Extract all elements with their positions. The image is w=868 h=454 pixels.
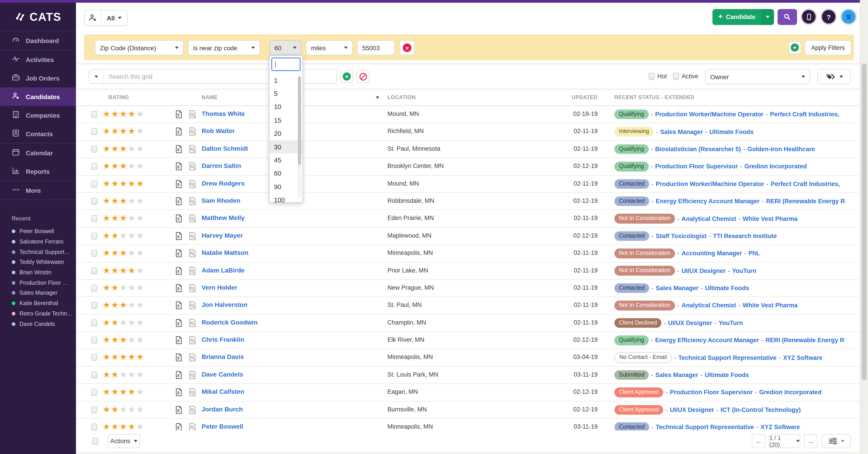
user-avatar[interactable]: S xyxy=(840,8,857,25)
rating-stars[interactable]: ★★★★★ xyxy=(103,248,145,258)
global-search-button[interactable] xyxy=(778,9,797,25)
rating-stars[interactable]: ★★★★★ xyxy=(103,352,145,363)
distance-option[interactable]: 30 xyxy=(270,140,303,154)
distance-option[interactable]: 100 xyxy=(270,194,303,203)
resume-doc-icon[interactable] xyxy=(176,162,182,171)
sidebar-item-reports[interactable]: Reports xyxy=(0,162,76,180)
pipeline-position-link[interactable]: Biostatistician (Researcher 5) xyxy=(655,146,741,152)
owner-select[interactable]: Owner xyxy=(705,69,810,84)
sidebar-item-calendar[interactable]: Calendar xyxy=(0,143,76,162)
recent-item[interactable]: Brian Wristin xyxy=(12,267,76,278)
rating-stars[interactable]: ★★★★★ xyxy=(103,214,145,224)
mobile-app-button[interactable] xyxy=(801,8,817,25)
candidate-name-link[interactable]: Thomas White xyxy=(202,110,245,117)
distance-option[interactable]: 90 xyxy=(270,180,303,194)
pipeline-company-link[interactable]: White Vest Pharma xyxy=(743,215,798,222)
pipeline-company-link[interactable]: Golden-Iron Healthcare xyxy=(747,146,815,152)
row-checkbox[interactable] xyxy=(91,302,97,309)
resume-preview-icon[interactable] xyxy=(188,336,196,344)
resume-preview-icon[interactable] xyxy=(188,405,196,414)
resume-doc-icon[interactable] xyxy=(176,336,182,344)
resume-preview-icon[interactable] xyxy=(188,127,196,136)
pipeline-company-link[interactable]: RERI (Renewable Energy R xyxy=(766,198,845,205)
row-checkbox[interactable] xyxy=(91,319,97,326)
search-options-dropdown[interactable] xyxy=(89,70,104,83)
distance-option[interactable]: 10 xyxy=(270,101,303,114)
column-header-updated[interactable]: UPDATED xyxy=(523,94,598,100)
rating-stars[interactable]: ★★★★★ xyxy=(103,231,145,241)
resume-doc-icon[interactable] xyxy=(176,197,182,205)
distance-filter-input[interactable] xyxy=(271,57,301,71)
pipeline-position-link[interactable]: Analytical Chemist xyxy=(682,302,736,309)
candidate-name-link[interactable]: Natalie Mattson xyxy=(202,249,248,256)
clear-search-button[interactable] xyxy=(357,70,369,83)
rating-stars[interactable]: ★★★★★ xyxy=(103,126,145,137)
candidate-name-link[interactable]: Darren Saltin xyxy=(202,162,241,169)
resume-doc-icon[interactable] xyxy=(176,284,182,292)
hot-checkbox[interactable] xyxy=(649,73,655,80)
candidate-name-link[interactable]: Sam Rhoden xyxy=(202,197,240,204)
rating-stars[interactable]: ★★★★★ xyxy=(103,283,145,293)
dropdown-scrollbar-thumb[interactable] xyxy=(298,77,301,165)
add-candidate-button[interactable]: +Candidate xyxy=(712,9,774,25)
rating-stars[interactable]: ★★★★★ xyxy=(103,144,145,154)
rating-stars[interactable]: ★★★★★ xyxy=(103,178,145,189)
sidebar-item-activities[interactable]: Activities xyxy=(0,50,76,69)
pipeline-company-link[interactable]: White Vest Pharma xyxy=(743,302,798,309)
candidate-name-link[interactable]: Vern Holder xyxy=(202,284,237,291)
resume-preview-icon[interactable] xyxy=(188,162,196,171)
pipeline-position-link[interactable]: Sales Manager xyxy=(656,285,699,291)
pipeline-position-link[interactable]: Technical Support Representative xyxy=(678,354,777,361)
sidebar-item-companies[interactable]: Companies xyxy=(0,106,76,124)
pipeline-company-link[interactable]: TTI Research Institute xyxy=(713,233,777,239)
rating-stars[interactable]: ★★★★★ xyxy=(103,317,145,328)
candidate-name-link[interactable]: Roderick Goodwin xyxy=(202,318,257,326)
distance-option[interactable]: 45 xyxy=(270,154,303,167)
page-scrollbar[interactable] xyxy=(860,0,868,454)
resume-preview-icon[interactable] xyxy=(188,179,196,188)
add-candidate-dropdown[interactable] xyxy=(761,9,774,25)
row-checkbox[interactable] xyxy=(91,163,97,170)
resume-doc-icon[interactable] xyxy=(176,423,182,431)
resume-doc-icon[interactable] xyxy=(176,371,182,379)
rating-stars[interactable]: ★★★★★ xyxy=(103,109,145,119)
resume-preview-icon[interactable] xyxy=(188,284,196,292)
filter-unit-select[interactable]: miles xyxy=(306,40,352,55)
resume-preview-icon[interactable] xyxy=(188,353,196,362)
resume-doc-icon[interactable] xyxy=(176,231,182,240)
filter-operator-select[interactable]: is near zip code xyxy=(188,40,260,55)
pipeline-position-link[interactable]: Energy Efficiency Account Manager xyxy=(656,198,760,205)
pipeline-position-link[interactable]: Production Worker/Machine Operator xyxy=(656,180,764,188)
pipeline-company-link[interactable]: ICT (In-Control Technology) xyxy=(721,406,801,413)
pipeline-company-link[interactable]: XYZ Software xyxy=(783,354,822,361)
pipeline-company-link[interactable]: PhL xyxy=(748,250,760,257)
sidebar-item-dashboard[interactable]: Dashboard xyxy=(0,31,76,50)
recent-item[interactable]: Teddy Whitewater xyxy=(12,257,76,267)
candidate-name-link[interactable]: Matthew Melly xyxy=(202,214,245,222)
pipeline-company-link[interactable]: YouTurn xyxy=(732,267,756,274)
filter-field-select[interactable]: Zip Code (Distance) xyxy=(95,40,184,55)
pipeline-company-link[interactable]: RERI (Renewable Energy R xyxy=(766,337,844,344)
sidebar-item-contacts[interactable]: Contacts xyxy=(0,124,76,143)
resume-preview-icon[interactable] xyxy=(188,214,196,223)
tags-button[interactable] xyxy=(817,69,851,84)
prev-page-button[interactable]: ← xyxy=(752,434,765,448)
resume-doc-icon[interactable] xyxy=(176,127,182,136)
pipeline-company-link[interactable]: Perfect Craft Industries, xyxy=(771,180,840,188)
candidate-name-link[interactable]: Brianna Davis xyxy=(202,353,244,361)
row-checkbox[interactable] xyxy=(91,232,97,239)
scope-filter-button[interactable]: All xyxy=(84,10,127,26)
resume-doc-icon[interactable] xyxy=(176,214,182,223)
resume-doc-icon[interactable] xyxy=(176,249,182,258)
rating-stars[interactable]: ★★★★★ xyxy=(103,404,145,415)
column-header-rating[interactable]: RATING xyxy=(108,94,129,100)
select-all-checkbox[interactable] xyxy=(92,438,98,445)
resume-preview-icon[interactable] xyxy=(188,388,196,397)
pipeline-position-link[interactable]: UI/UX Designer xyxy=(670,406,714,413)
pipeline-company-link[interactable]: Gredion Incorporated xyxy=(759,389,822,396)
pipeline-position-link[interactable]: Analytical Chemist xyxy=(682,215,736,222)
candidate-name-link[interactable]: Peter Boswell xyxy=(202,423,243,430)
rating-stars[interactable]: ★★★★★ xyxy=(103,300,145,311)
row-checkbox[interactable] xyxy=(91,250,97,257)
resume-doc-icon[interactable] xyxy=(176,179,182,188)
